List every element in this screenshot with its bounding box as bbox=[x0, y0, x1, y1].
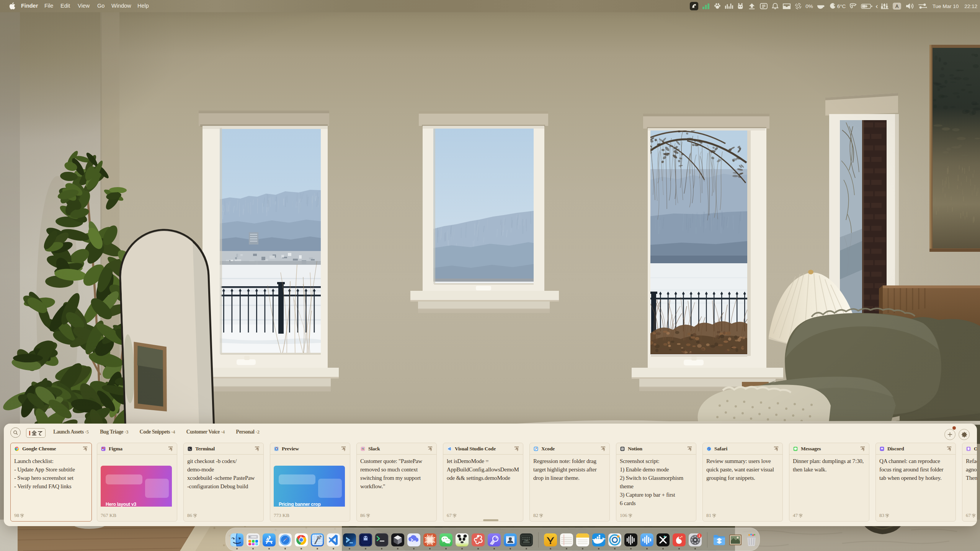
svg-text:1: 1 bbox=[699, 534, 701, 538]
svg-text:A: A bbox=[895, 3, 898, 9]
svg-text:Caps: Caps bbox=[524, 540, 529, 541]
